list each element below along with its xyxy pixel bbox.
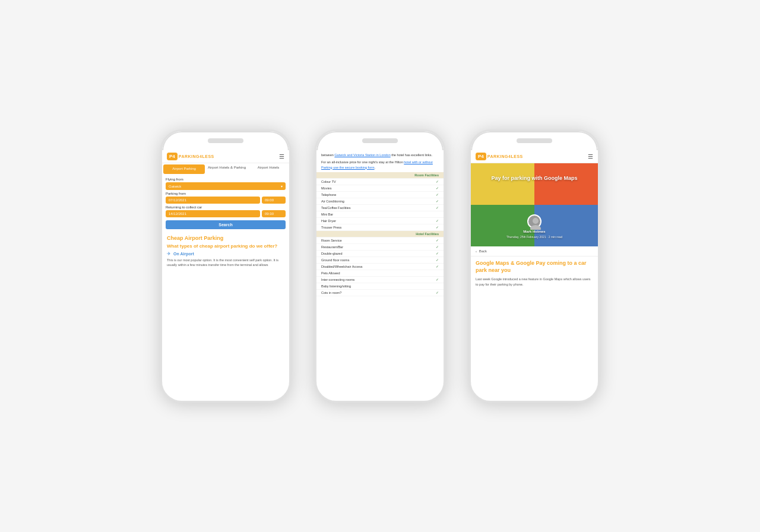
table-row: Tea/Coffee Facilities✓ [316, 204, 444, 211]
parking-from-label: Parking from [166, 192, 286, 195]
hero-title: Pay for parking with Google Maps [485, 175, 583, 182]
phones-container: P4 PARKING4LESS ☰ Airport Parking Airpor… [137, 94, 623, 438]
back-label: Back [479, 249, 487, 253]
phone1-header: P4 PARKING4LESS ☰ [162, 150, 289, 163]
sub-heading: What types of cheap airport parking do w… [167, 243, 284, 249]
phone3-header: P4 PARKING4LESS ☰ [471, 150, 598, 163]
chevron-down-icon: ▾ [281, 184, 283, 188]
returning-time[interactable]: 09:30 [262, 210, 286, 217]
search-form: Flying from Gatwick ▾ Parking from 07/12… [162, 175, 289, 232]
tab-airport-hotels[interactable]: Airport Hotels [248, 163, 289, 175]
phone3-hero: Pay for parking with Google Maps Mark Ho… [471, 163, 598, 246]
top-text-part1: between [321, 153, 334, 157]
phone-2-screen: between Gatwick and Victoria Station in … [316, 150, 444, 401]
article-content: Google Maps & Google Pay coming to a car… [471, 256, 598, 290]
logo: P4 PARKING4LESS [167, 153, 214, 160]
main-heading: Cheap Airport Parking [167, 235, 284, 241]
phone2-top-text: between Gatwick and Victoria Station in … [316, 153, 444, 160]
returning-date[interactable]: 14/12/2021 [166, 210, 260, 217]
table-row: Double-glazed✓ [316, 250, 444, 256]
phone-3: P4 PARKING4LESS ☰ Pay for parking with G… [469, 129, 600, 403]
table-row: Colour TV✓ [316, 178, 444, 185]
facilities-table: Room Facilities Colour TV✓ Movies✓ Telep… [316, 172, 444, 296]
phone-2: between Gatwick and Victoria Station in … [315, 129, 445, 403]
author-date: Thursday, 25th February 2021 · 2 min rea… [506, 235, 563, 239]
table-row: Pets Allowed [316, 270, 444, 276]
back-arrow-icon: ‹ [476, 249, 477, 253]
table-row: Room Service✓ [316, 237, 444, 243]
phone-1: P4 PARKING4LESS ☰ Airport Parking Airpor… [160, 129, 291, 403]
article-body: Last week Google introduced a new featur… [476, 277, 593, 287]
top-text-part2: the hotel has excellent links. [391, 153, 432, 157]
flying-from-select[interactable]: Gatwick ▾ [166, 182, 286, 190]
logo-box: P4 [167, 153, 178, 160]
table-row: Disabled/Wheelchair Access✓ [316, 263, 444, 270]
tab-airport-hotels-parking[interactable]: Airport Hotels & Parking [206, 163, 248, 175]
phone3-logo-box: P4 [476, 153, 486, 160]
phone2-middle-text: For an all-inclusive price for one night… [316, 160, 444, 172]
article-title: Google Maps & Google Pay coming to a car… [476, 260, 593, 274]
phone3-logo-text: PARKING4LESS [487, 154, 523, 159]
table-row: Trouser Press✓ [316, 224, 444, 230]
hamburger-icon[interactable]: ☰ [279, 153, 284, 160]
table-row: Mini Bar [316, 211, 444, 217]
author-name: Mark Holmes [523, 230, 545, 233]
table-row: Baby listening/sitting [316, 283, 444, 289]
table-row: Telephone✓ [316, 191, 444, 198]
table-row: Movies✓ [316, 185, 444, 191]
table-row: Ground floor rooms✓ [316, 256, 444, 263]
phone3-logo: P4 PARKING4LESS [476, 153, 523, 160]
table-row: Inter-connecting rooms✓ [316, 276, 444, 283]
phone-3-screen: P4 PARKING4LESS ☰ Pay for parking with G… [471, 150, 598, 401]
hotel-facilities-header: Hotel Facilities [316, 230, 444, 237]
phone1-content: Cheap Airport Parking What types of chea… [162, 232, 289, 271]
svg-point-0 [533, 218, 539, 224]
parking-from-time[interactable]: 09:00 [262, 197, 286, 204]
room-facilities-header: Room Facilities [316, 172, 444, 179]
returning-row: 14/12/2021 09:30 [166, 210, 286, 219]
on-airport-label: On Airport [173, 252, 194, 256]
nav-tabs: Airport Parking Airport Hotels & Parking… [162, 163, 289, 175]
body-text: This is our most popular option. It is t… [167, 258, 284, 267]
plane-icon: ✈ [167, 251, 171, 256]
middle-text-end: . [375, 166, 376, 169]
table-row: Cots in room?✓ [316, 289, 444, 296]
phone-1-screen: P4 PARKING4LESS ☰ Airport Parking Airpor… [162, 150, 289, 401]
parking-from-row: 07/12/2021 09:00 [166, 197, 286, 205]
logo-text: PARKING4LESS [179, 154, 214, 159]
flying-from-label: Flying from [166, 178, 286, 181]
middle-text-1: For an all-inclusive price for one night… [321, 160, 404, 164]
table-row: Hair Dryer✓ [316, 217, 444, 224]
tab-airport-parking[interactable]: Airport Parking [163, 164, 205, 174]
svg-point-1 [530, 225, 541, 230]
search-button[interactable]: Search [166, 220, 286, 229]
hero-overlay: Pay for parking with Google Maps Mark Ho… [471, 163, 598, 246]
table-row: Restaurant/Bar✓ [316, 243, 444, 250]
returning-label: Returning to collect car [166, 205, 286, 209]
gatwick-link[interactable]: Gatwick and Victoria Station in London [334, 153, 390, 157]
phone3-hamburger-icon[interactable]: ☰ [588, 153, 593, 160]
table-row: Air Conditioning✓ [316, 198, 444, 204]
author-avatar [527, 214, 542, 229]
back-button[interactable]: ‹ Back [471, 246, 598, 256]
on-airport-item: ✈ On Airport [167, 251, 284, 256]
parking-from-date[interactable]: 07/12/2021 [166, 197, 260, 204]
